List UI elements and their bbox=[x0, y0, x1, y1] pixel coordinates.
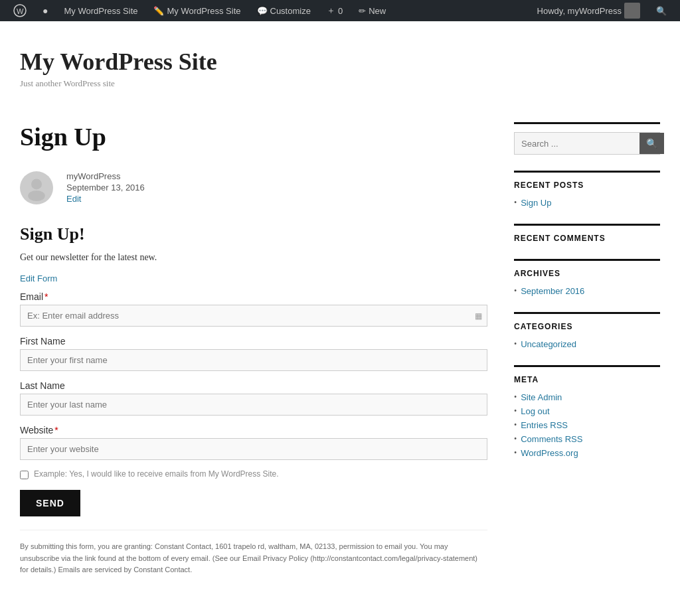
recent-comments-title: RECENT COMMENTS bbox=[514, 234, 660, 243]
edit-post-label: New bbox=[369, 6, 386, 16]
admin-bar-left: W ● My WordPress Site ✏️ My WordPress Si… bbox=[7, 0, 392, 21]
search-input[interactable] bbox=[515, 133, 639, 154]
checkbox-label: Example: Yes, I would like to receive em… bbox=[34, 469, 279, 479]
avatar-icon bbox=[23, 175, 50, 201]
search-section-border bbox=[514, 122, 660, 124]
edit-form-link[interactable]: Edit Form bbox=[20, 273, 57, 283]
admin-bar-customize[interactable]: ✏️ My WordPress Site bbox=[147, 0, 247, 21]
meta-link[interactable]: Comments RSS bbox=[521, 434, 582, 444]
archives-list: September 2016 bbox=[514, 286, 660, 296]
post-author: myWordPress bbox=[66, 171, 145, 181]
post-edit-link[interactable]: Edit bbox=[66, 194, 145, 204]
admin-bar-howdy[interactable]: Howdy, myWordPress bbox=[531, 0, 647, 21]
email-field-wrapper: ▦ bbox=[20, 305, 487, 327]
website-group: Website* bbox=[20, 425, 487, 460]
email-input[interactable] bbox=[20, 305, 487, 327]
admin-bar-right: Howdy, myWordPress 🔍 bbox=[531, 0, 673, 21]
form-disclaimer: By submitting this form, you are grantin… bbox=[20, 530, 487, 576]
admin-bar-site-name[interactable]: My WordPress Site bbox=[57, 0, 144, 21]
admin-bar-new[interactable]: ＋ 0 bbox=[320, 0, 349, 21]
form-description: Get our newsletter for the latest new. bbox=[20, 252, 487, 263]
post-meta-details: myWordPress September 13, 2016 Edit bbox=[66, 171, 145, 204]
recent-posts-link[interactable]: Sign Up bbox=[521, 198, 551, 208]
admin-bar-wp-logo[interactable]: W bbox=[7, 0, 33, 21]
author-avatar bbox=[20, 171, 53, 204]
recent-posts-list: Sign Up bbox=[514, 198, 660, 208]
meta-list: Site AdminLog outEntries RSSComments RSS… bbox=[514, 392, 660, 458]
recent-comments-border bbox=[514, 224, 660, 226]
send-button[interactable]: SEND bbox=[20, 490, 80, 516]
meta-link[interactable]: Site Admin bbox=[521, 392, 562, 402]
post-date: September 13, 2016 bbox=[66, 183, 145, 193]
form-title: Sign Up! bbox=[20, 224, 487, 244]
new-icon: ＋ bbox=[327, 5, 335, 17]
recent-posts-border bbox=[514, 171, 660, 173]
site-title: My WordPress Site bbox=[20, 48, 660, 76]
meta-link[interactable]: Log out bbox=[521, 406, 549, 416]
list-item: Uncategorized bbox=[514, 339, 660, 349]
list-item: Entries RSS bbox=[514, 420, 660, 430]
email-icon: ▦ bbox=[475, 311, 482, 321]
site-name-label: My WordPress Site bbox=[64, 6, 137, 16]
svg-point-2 bbox=[31, 179, 42, 189]
consent-checkbox[interactable] bbox=[20, 471, 29, 479]
archives-title: ARCHIVES bbox=[514, 269, 660, 278]
search-widget: 🔍 bbox=[514, 122, 660, 155]
meta-link[interactable]: WordPress.org bbox=[521, 448, 578, 458]
site-wrapper: My WordPress Site Just another WordPress… bbox=[0, 21, 680, 616]
list-item: Comments RSS bbox=[514, 434, 660, 444]
categories-list: Uncategorized bbox=[514, 339, 660, 349]
firstname-group: First Name bbox=[20, 336, 487, 371]
main-content: Sign Up myWordPress September 13, 2016 E… bbox=[20, 122, 487, 576]
comments-count: Customize bbox=[270, 6, 311, 16]
checkbox-row: Example: Yes, I would like to receive em… bbox=[20, 469, 487, 479]
website-label: Website* bbox=[20, 425, 487, 435]
list-item: September 2016 bbox=[514, 286, 660, 296]
admin-bar-comments[interactable]: 💬 Customize bbox=[250, 0, 317, 21]
meta-border bbox=[514, 365, 660, 367]
firstname-label: First Name bbox=[20, 336, 487, 346]
recent-posts-title: RECENT POSTS bbox=[514, 181, 660, 190]
sidebar-section-meta: METASite AdminLog outEntries RSSComments… bbox=[514, 365, 660, 458]
site-header: My WordPress Site Just another WordPress… bbox=[0, 21, 680, 102]
form-container: Sign Up! Get our newsletter for the late… bbox=[20, 224, 487, 576]
sidebar-section-archives: ARCHIVESSeptember 2016 bbox=[514, 259, 660, 296]
content-area: Sign Up myWordPress September 13, 2016 E… bbox=[0, 102, 680, 596]
site-tagline: Just another WordPress site bbox=[20, 78, 660, 89]
sidebar: 🔍 RECENT POSTSSign UpRECENT COMMENTSARCH… bbox=[514, 122, 660, 576]
list-item: Sign Up bbox=[514, 198, 660, 208]
comments-icon: 💬 bbox=[257, 6, 268, 16]
list-item: Site Admin bbox=[514, 392, 660, 402]
svg-text:W: W bbox=[17, 7, 24, 15]
categories-link[interactable]: Uncategorized bbox=[521, 339, 576, 349]
post-meta: myWordPress September 13, 2016 Edit bbox=[20, 171, 487, 204]
meta-title: META bbox=[514, 375, 660, 384]
lastname-input[interactable] bbox=[20, 394, 487, 416]
howdy-label: Howdy, myWordPress bbox=[537, 6, 622, 16]
sidebar-sections: RECENT POSTSSign UpRECENT COMMENTSARCHIV… bbox=[514, 171, 660, 458]
sidebar-section-categories: CATEGORIESUncategorized bbox=[514, 312, 660, 349]
firstname-input[interactable] bbox=[20, 349, 487, 371]
site-circle-icon: ● bbox=[42, 5, 48, 16]
list-item: WordPress.org bbox=[514, 448, 660, 458]
categories-border bbox=[514, 312, 660, 314]
admin-bar: W ● My WordPress Site ✏️ My WordPress Si… bbox=[0, 0, 680, 21]
email-label: Email* bbox=[20, 291, 487, 302]
search-button-icon: 🔍 bbox=[646, 138, 657, 149]
list-item: Log out bbox=[514, 406, 660, 416]
email-group: Email* ▦ bbox=[20, 291, 487, 327]
page-title: Sign Up bbox=[20, 122, 487, 151]
admin-bar-search[interactable]: 🔍 bbox=[649, 0, 673, 21]
admin-bar-edit-post[interactable]: ✏ New bbox=[352, 0, 392, 21]
meta-link[interactable]: Entries RSS bbox=[521, 420, 568, 430]
customize-icon: ✏️ bbox=[153, 6, 164, 16]
search-icon: 🔍 bbox=[656, 6, 667, 16]
lastname-group: Last Name bbox=[20, 380, 487, 416]
admin-bar-site-icon[interactable]: ● bbox=[36, 0, 54, 21]
website-input[interactable] bbox=[20, 438, 487, 460]
sidebar-section-recent-comments: RECENT COMMENTS bbox=[514, 224, 660, 243]
search-form: 🔍 bbox=[514, 132, 660, 155]
search-button[interactable]: 🔍 bbox=[639, 133, 664, 154]
archives-link[interactable]: September 2016 bbox=[521, 286, 584, 296]
customize-label: My WordPress Site bbox=[167, 6, 240, 16]
